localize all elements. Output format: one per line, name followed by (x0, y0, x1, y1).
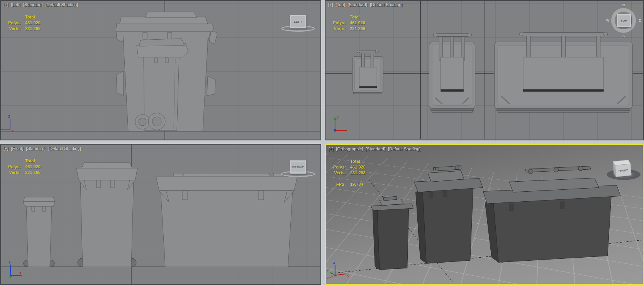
lid-band[interactable] (76, 168, 137, 180)
viewport-front[interactable]: [+] [Front] [Standard] [Default Shading]… (0, 144, 321, 285)
viewport-pov-menu[interactable]: [Front] (11, 146, 24, 151)
stats-verts-label: Verts: (3, 170, 21, 175)
viewport-general-menu[interactable]: [+] (328, 2, 333, 7)
lid-tab[interactable] (182, 191, 187, 200)
model-large-bin-perspective[interactable] (483, 166, 621, 262)
lid-tab[interactable] (154, 58, 158, 63)
models-layer: y (325, 1, 643, 140)
model-large-bin-front-view[interactable] (156, 173, 297, 267)
viewport-pov-menu[interactable]: [Top] (336, 2, 345, 7)
hinge-strap[interactable] (450, 36, 454, 61)
lid-tab[interactable] (560, 201, 564, 209)
viewport-renderer-menu[interactable]: [Standard] (23, 2, 43, 7)
viewport-renderer-menu[interactable]: [Standard] (26, 146, 46, 151)
bin-front[interactable] (422, 187, 473, 263)
lid-tab[interactable] (509, 204, 514, 211)
model-medium-bin-top-view[interactable] (429, 33, 475, 113)
bin-body[interactable] (161, 191, 293, 267)
axis-tripod: z y x (326, 260, 349, 279)
small-bin-lid-top[interactable] (139, 39, 185, 46)
lid-tab[interactable] (110, 180, 114, 188)
hinge-strap[interactable] (361, 52, 364, 68)
lid-tab[interactable] (143, 32, 147, 39)
viewport-shading-menu[interactable]: [Default Shading] (46, 2, 78, 7)
viewcube-face-label: FRONT (292, 165, 304, 169)
lid-tab[interactable] (168, 32, 172, 39)
viewport-shading-menu[interactable]: [Default Shading] (388, 147, 420, 151)
lid-top[interactable] (23, 197, 55, 202)
viewport-renderer-menu[interactable]: [Standard] (366, 147, 385, 151)
hinge-knob (433, 33, 437, 37)
lid-tab[interactable] (259, 191, 264, 200)
viewport-left[interactable]: [+] [Left] [Standard] [Default Shading] … (0, 0, 321, 140)
viewport-shading-menu[interactable]: [Default Shading] (370, 2, 402, 7)
hinge-strap[interactable] (561, 35, 565, 61)
compass-east[interactable]: E (639, 19, 641, 22)
large-bin-lid-layer[interactable] (120, 17, 208, 24)
bin-handle-bracket[interactable] (116, 71, 124, 96)
lid-band[interactable] (23, 202, 55, 206)
viewport-pov-menu[interactable]: [Orthographic] (336, 147, 363, 151)
stats-total-label: Total (25, 158, 35, 164)
model-small-bin-top-view[interactable] (353, 50, 383, 94)
viewcube-compass[interactable]: N S W E TOP (611, 8, 636, 33)
lid-top[interactable] (82, 163, 132, 168)
viewport-shading-menu[interactable]: [Default Shading] (48, 146, 81, 151)
large-bin-lid[interactable] (116, 23, 214, 32)
model-medium-bin-front-view[interactable] (76, 163, 137, 267)
lid-tab[interactable] (443, 191, 447, 197)
lid-band[interactable] (156, 176, 297, 191)
lid-tab[interactable] (97, 180, 100, 188)
viewport-top[interactable]: [+] [Top] [Standard] [Default Shading] T… (325, 0, 644, 140)
bin-front[interactable] (377, 207, 409, 270)
viewport-statistics: Total Polys:461 920 Verts:231 268 (328, 14, 365, 32)
bin-side-bracket[interactable] (207, 76, 215, 96)
hinge-strap[interactable] (371, 52, 374, 68)
models-layer: FRONT z y x (326, 145, 643, 284)
bin-body[interactable] (80, 180, 134, 267)
hinge-bar[interactable] (522, 33, 605, 36)
lid-panel[interactable] (523, 57, 604, 89)
viewport-splitter-horizontal[interactable] (0, 140, 644, 145)
stats-fps-label: FPS: (328, 182, 346, 187)
viewport-renderer-menu[interactable]: [Standard] (347, 2, 367, 7)
axis-x-label: x (12, 129, 14, 133)
viewport-general-menu[interactable]: [+] (3, 146, 8, 151)
viewport-pov-menu[interactable]: [Left] (11, 2, 20, 7)
model-trash-bins-side-view[interactable] (116, 12, 217, 131)
viewcube[interactable]: LEFT (290, 15, 307, 29)
viewport-general-menu[interactable]: [+] (3, 2, 8, 7)
hinge-strap[interactable] (461, 36, 465, 61)
model-small-bin-front-view[interactable] (23, 197, 55, 267)
hinge-strap[interactable] (597, 35, 600, 61)
lid-panel[interactable] (441, 57, 464, 89)
viewcube-3d[interactable]: FRONT (607, 160, 641, 180)
stats-verts-label: Verts: (328, 26, 346, 32)
viewcube[interactable]: FRONT (290, 160, 307, 174)
lid-tab[interactable] (165, 58, 168, 63)
compass-south[interactable]: S (622, 34, 625, 38)
viewcube[interactable]: TOP (617, 14, 631, 27)
model-large-bin-top-view[interactable] (494, 32, 632, 113)
hinge-strap[interactable] (439, 36, 442, 61)
compass-north[interactable]: N (622, 3, 625, 7)
stats-polys-label: Polys: (328, 164, 346, 170)
lid-tab[interactable] (32, 206, 35, 211)
model-medium-bin-perspective[interactable] (414, 166, 483, 263)
lid-tab[interactable] (429, 192, 433, 198)
viewport-orthographic[interactable]: [+] [Orthographic] [Standard] [Default S… (325, 144, 644, 285)
lid-tab[interactable] (42, 206, 46, 211)
axis-y-label: y (327, 267, 329, 272)
viewport-general-menu[interactable]: [+] (329, 147, 334, 151)
hinge-bar[interactable] (436, 34, 469, 37)
compass-west[interactable]: W (606, 19, 610, 22)
stats-verts-label: Verts: (328, 170, 346, 176)
large-bin-lid-top[interactable] (145, 12, 197, 17)
lid-lip (432, 110, 472, 112)
hinge-bar[interactable] (359, 50, 376, 53)
lid-panel[interactable] (359, 67, 377, 86)
bin-body[interactable] (26, 206, 52, 267)
stats-polys-value: 461 920 (25, 164, 41, 170)
model-small-bin-perspective[interactable] (371, 196, 413, 270)
hinge-strap[interactable] (527, 35, 530, 61)
